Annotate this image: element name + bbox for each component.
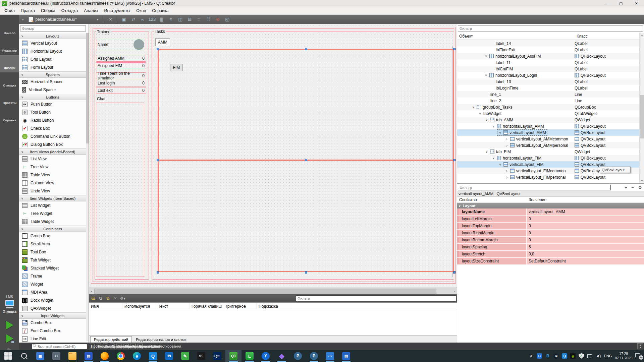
widget-list-row[interactable]: ⊢ Tree View — [19, 163, 86, 171]
widget-list-row[interactable]: Combo Box — [19, 319, 86, 327]
scroll-up-icon[interactable]: ▲ — [640, 33, 644, 38]
taskbar-app-button[interactable]: e — [129, 350, 145, 362]
widget-list-row[interactable]: ✔ Check Box — [19, 124, 86, 132]
menu-item[interactable]: Сборка — [38, 7, 58, 14]
designer-toolbar-icon[interactable]: ||| — [157, 16, 165, 23]
output-pane-button[interactable]: 6 Основные сообщения — [123, 344, 129, 349]
widget-list-row[interactable]: Dock Widget — [19, 296, 86, 304]
widget-list-row[interactable]: ∨ Layouts — [19, 33, 86, 39]
widget-list-row[interactable]: Stacked Widget — [19, 264, 86, 272]
object-tree-row[interactable]: horizontalLayout_Login QHBoxLayout — [457, 72, 640, 78]
output-pane-button[interactable]: 5 Консоль отладчика QML — [116, 344, 122, 349]
expander-icon[interactable] — [484, 74, 488, 77]
widget-list-row[interactable]: Vertical Spacer — [19, 86, 86, 94]
action-column-header[interactable]: Горячая клавиш — [190, 303, 223, 310]
maximize-button[interactable]: ▢ — [613, 0, 629, 7]
object-tree-row[interactable]: verticalLayout_FIMpersonal QVBoxLayout — [457, 174, 640, 180]
output-pane-button[interactable]: 3 Вывод приложения — [103, 344, 108, 349]
expander-icon[interactable] — [498, 131, 502, 134]
column-class[interactable]: Класс — [575, 33, 588, 39]
widget-list-row[interactable]: Grid Layout — [19, 55, 86, 63]
mail-tray-icon[interactable]: ✉ — [537, 353, 542, 359]
clock[interactable]: 17:29 07.11.2025 — [615, 352, 632, 360]
designer-toolbar-icon[interactable]: ≡ — [167, 16, 175, 23]
taskbar-app-button[interactable]: ▤ — [80, 350, 97, 362]
taskbar-app-button[interactable] — [0, 350, 16, 362]
bottom-tab[interactable]: Редактор сигналов и слотов — [132, 337, 190, 343]
action-toolbar-icon[interactable]: ⚙▾ — [120, 295, 126, 301]
add-property-button[interactable]: + — [623, 185, 629, 190]
mode-button[interactable]: Справка — [0, 107, 19, 125]
object-tree-row[interactable]: horizontalLayout_AMM QHBoxLayout — [457, 123, 640, 129]
kit-selector-icon[interactable] — [5, 300, 14, 306]
taskbar-app-button[interactable]: ▤ — [338, 350, 354, 362]
widget-list-row[interactable]: Tab Widget — [19, 256, 86, 264]
widget-list-row[interactable]: ⚙ Tool Button — [19, 108, 86, 116]
menu-item[interactable]: Правка — [18, 7, 38, 14]
widget-list-row[interactable]: Form Layout — [19, 63, 86, 71]
trainee-stat-row[interactable]: Assigned AMM 0 — [96, 55, 146, 62]
debug-button[interactable] — [6, 334, 13, 343]
widget-list-row[interactable]: MDI Area — [19, 288, 86, 296]
selection-handle[interactable] — [157, 159, 159, 161]
property-filter-input[interactable] — [458, 185, 611, 190]
output-pane-button[interactable]: 2 Результаты поиска — [96, 344, 102, 349]
expander-icon[interactable] — [505, 175, 508, 180]
taskbar-app-button[interactable]: QC — [225, 350, 241, 362]
widget-list-row[interactable]: ⊢ Tree Widget — [19, 209, 86, 218]
object-tree-row[interactable]: verticalLayout_AMMpersonal QVBoxLayout — [457, 142, 640, 148]
close-button[interactable]: ✕ — [629, 0, 644, 7]
object-tree-row[interactable]: label_13 QLabel — [457, 78, 640, 85]
remove-property-button[interactable]: − — [629, 185, 636, 190]
menu-item[interactable]: Анализ — [81, 7, 101, 14]
object-tree-row[interactable]: verticalLayout_AMMcommon QVBoxLayout — [457, 136, 640, 142]
property-section-layout[interactable]: ∨ Layout — [457, 203, 644, 208]
object-tree-row[interactable]: groupBox_Tasks QGroupBox — [457, 104, 640, 110]
bluetooth-icon[interactable]: B — [545, 353, 550, 359]
expander-icon[interactable] — [478, 112, 482, 115]
trainee-stat-row[interactable]: Time spent on the simulator 0 — [96, 72, 146, 79]
widget-list-row[interactable]: AB| Line Edit — [19, 335, 86, 343]
widget-list-row[interactable]: Horizontal Layout — [19, 47, 86, 55]
designer-toolbar-icon[interactable]: ⠿ — [204, 16, 212, 23]
widget-list-row[interactable]: ∨ Containers — [19, 226, 86, 232]
output-pane-button[interactable]: 7 Контроль версий — [130, 344, 136, 349]
selection-handle[interactable] — [305, 159, 307, 161]
object-tree-row[interactable]: horizontalLayout_FIM QHBoxLayout — [457, 155, 640, 161]
designer-toolbar-icon[interactable]: ◱ — [223, 16, 231, 23]
object-tree-row[interactable]: tabWidget QTabWidget — [457, 110, 640, 117]
object-tree-row[interactable]: tab_AMM QWidget — [457, 117, 640, 123]
minimize-button[interactable]: – — [598, 0, 613, 7]
object-tree-row[interactable]: verticalLayout_AMM QVBoxLayout — [457, 129, 640, 136]
widget-list-row[interactable]: Vertical Layout — [19, 39, 86, 47]
widget-list-row[interactable]: ∨ Input Widgets — [19, 312, 86, 319]
designer-toolbar-icon[interactable]: 123 — [148, 16, 156, 23]
object-filter-input[interactable] — [458, 25, 643, 32]
widget-list-row[interactable]: ◉ Radio Button — [19, 116, 86, 124]
widget-list-row[interactable]: Table View — [19, 171, 86, 179]
expander-icon[interactable] — [492, 125, 495, 128]
widget-list-row[interactable]: Horizontal Spacer — [19, 78, 86, 86]
widget-list-row[interactable]: Column View — [19, 179, 86, 187]
widget-list-row[interactable]: QAxWidget — [19, 304, 86, 312]
scroll-down-icon[interactable]: ▼ — [640, 178, 644, 183]
object-tree-row[interactable]: tab_FIM QWidget — [457, 148, 640, 155]
document-selector[interactable]: personalcardtrainee.ui* ▾ — [26, 16, 102, 23]
designer-toolbar-icon[interactable]: ▣ — [120, 16, 128, 23]
selection-handle[interactable] — [453, 271, 455, 274]
scroll-left-icon[interactable]: ‹ — [89, 288, 94, 295]
expander-icon[interactable] — [505, 169, 508, 173]
expander-icon[interactable] — [485, 150, 488, 154]
widget-list-row[interactable]: f Font Combo Box — [19, 327, 86, 335]
designer-toolbar-icon[interactable]: ∞ — [139, 16, 147, 23]
object-tree-row[interactable]: horizontalLayout_AssFIM QHBoxLayout — [457, 53, 640, 59]
chevron-down-icon[interactable]: ▾ — [97, 18, 99, 21]
action-toolbar-icon[interactable]: ✕ — [112, 295, 118, 301]
canvas-hscrollbar[interactable]: ‹ › — [89, 288, 457, 294]
widget-list-row[interactable]: → Command Link Button — [19, 132, 86, 140]
action-toolbar-icon[interactable]: ⧉ — [98, 295, 104, 301]
object-tree-row[interactable]: label_11 QLabel — [457, 59, 640, 66]
quick-search-input[interactable] — [32, 344, 87, 349]
taskbar-app-button[interactable] — [113, 350, 129, 362]
widget-list-row[interactable]: ∨ Item Views (Model-Based) — [19, 148, 86, 155]
